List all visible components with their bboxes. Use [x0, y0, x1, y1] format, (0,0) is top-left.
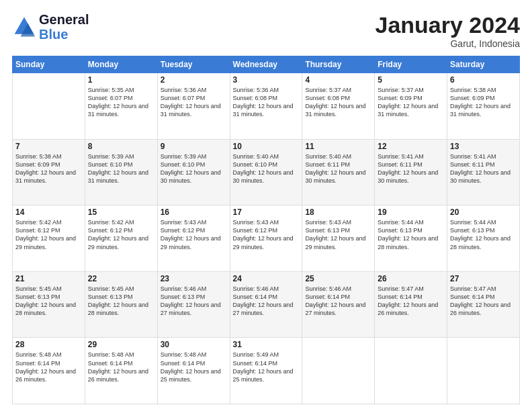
calendar-cell: 29Sunrise: 5:48 AMSunset: 6:14 PMDayligh…	[85, 338, 157, 404]
calendar-cell: 1Sunrise: 5:35 AMSunset: 6:07 PMDaylight…	[85, 73, 157, 140]
month-title: January 2024	[375, 12, 521, 38]
cell-info: Sunrise: 5:47 AMSunset: 6:14 PMDaylight:…	[378, 285, 444, 318]
cell-info: Sunrise: 5:46 AMSunset: 6:14 PMDaylight:…	[305, 285, 371, 318]
calendar-cell: 25Sunrise: 5:46 AMSunset: 6:14 PMDayligh…	[302, 271, 375, 338]
calendar-cell	[375, 338, 447, 404]
calendar-cell: 22Sunrise: 5:45 AMSunset: 6:13 PMDayligh…	[85, 271, 157, 338]
calendar-cell: 31Sunrise: 5:49 AMSunset: 6:14 PMDayligh…	[230, 338, 302, 404]
calendar-cell: 13Sunrise: 5:41 AMSunset: 6:11 PMDayligh…	[447, 139, 520, 205]
cell-info: Sunrise: 5:47 AMSunset: 6:14 PMDaylight:…	[450, 285, 517, 318]
day-number: 31	[233, 340, 300, 349]
day-number: 12	[378, 142, 444, 151]
cell-info: Sunrise: 5:46 AMSunset: 6:14 PMDaylight:…	[233, 285, 300, 318]
calendar-cell	[447, 338, 520, 404]
cell-info: Sunrise: 5:42 AMSunset: 6:12 PMDaylight:…	[15, 218, 82, 251]
day-number: 10	[233, 142, 300, 151]
day-number: 3	[233, 75, 300, 85]
day-number: 11	[305, 142, 371, 151]
calendar-week-row: 28Sunrise: 5:48 AMSunset: 6:14 PMDayligh…	[13, 338, 520, 404]
cell-info: Sunrise: 5:49 AMSunset: 6:14 PMDaylight:…	[233, 351, 300, 383]
calendar-cell: 24Sunrise: 5:46 AMSunset: 6:14 PMDayligh…	[230, 271, 302, 338]
calendar-week-row: 1Sunrise: 5:35 AMSunset: 6:07 PMDaylight…	[13, 73, 520, 140]
calendar-cell: 20Sunrise: 5:44 AMSunset: 6:13 PMDayligh…	[447, 205, 520, 272]
calendar-cell: 26Sunrise: 5:47 AMSunset: 6:14 PMDayligh…	[375, 271, 447, 338]
day-number: 25	[305, 274, 371, 283]
cell-info: Sunrise: 5:44 AMSunset: 6:13 PMDaylight:…	[378, 218, 444, 251]
calendar-week-row: 21Sunrise: 5:45 AMSunset: 6:13 PMDayligh…	[13, 271, 520, 338]
day-number: 6	[450, 75, 517, 85]
day-number: 23	[161, 274, 227, 283]
day-number: 29	[88, 340, 154, 349]
col-tuesday: Tuesday	[157, 56, 230, 73]
calendar-table: Sunday Monday Tuesday Wednesday Thursday…	[12, 56, 520, 404]
day-number: 26	[378, 274, 444, 283]
calendar-cell: 15Sunrise: 5:42 AMSunset: 6:12 PMDayligh…	[85, 205, 157, 272]
cell-info: Sunrise: 5:48 AMSunset: 6:14 PMDaylight:…	[88, 351, 154, 383]
day-number: 16	[161, 208, 227, 217]
logo-blue: Blue	[39, 27, 68, 42]
calendar-week-row: 7Sunrise: 5:38 AMSunset: 6:09 PMDaylight…	[13, 139, 520, 205]
cell-info: Sunrise: 5:46 AMSunset: 6:13 PMDaylight:…	[161, 285, 227, 318]
cell-info: Sunrise: 5:40 AMSunset: 6:11 PMDaylight:…	[305, 152, 371, 185]
calendar-cell: 21Sunrise: 5:45 AMSunset: 6:13 PMDayligh…	[13, 271, 85, 338]
cell-info: Sunrise: 5:37 AMSunset: 6:09 PMDaylight:…	[378, 86, 444, 119]
day-number: 8	[88, 142, 154, 151]
calendar-cell: 4Sunrise: 5:37 AMSunset: 6:08 PMDaylight…	[302, 73, 375, 140]
calendar-cell: 5Sunrise: 5:37 AMSunset: 6:09 PMDaylight…	[375, 73, 447, 140]
cell-info: Sunrise: 5:40 AMSunset: 6:10 PMDaylight:…	[233, 152, 300, 185]
cell-info: Sunrise: 5:39 AMSunset: 6:10 PMDaylight:…	[88, 152, 154, 185]
cell-info: Sunrise: 5:36 AMSunset: 6:08 PMDaylight:…	[233, 86, 300, 119]
col-friday: Friday	[375, 56, 447, 73]
day-number: 14	[15, 208, 82, 217]
day-number: 18	[305, 208, 371, 217]
day-number: 28	[15, 340, 82, 349]
cell-info: Sunrise: 5:36 AMSunset: 6:07 PMDaylight:…	[161, 86, 227, 119]
day-number: 30	[161, 340, 227, 349]
cell-info: Sunrise: 5:43 AMSunset: 6:12 PMDaylight:…	[161, 218, 227, 251]
cell-info: Sunrise: 5:41 AMSunset: 6:11 PMDaylight:…	[450, 152, 517, 185]
cell-info: Sunrise: 5:44 AMSunset: 6:13 PMDaylight:…	[450, 218, 517, 251]
cell-info: Sunrise: 5:39 AMSunset: 6:10 PMDaylight:…	[161, 152, 227, 185]
cell-info: Sunrise: 5:45 AMSunset: 6:13 PMDaylight:…	[15, 285, 82, 318]
day-number: 2	[161, 75, 227, 85]
calendar-cell: 7Sunrise: 5:38 AMSunset: 6:09 PMDaylight…	[13, 139, 85, 205]
calendar-cell: 19Sunrise: 5:44 AMSunset: 6:13 PMDayligh…	[375, 205, 447, 272]
day-number: 7	[15, 142, 82, 151]
calendar-cell: 27Sunrise: 5:47 AMSunset: 6:14 PMDayligh…	[447, 271, 520, 338]
calendar-cell: 2Sunrise: 5:36 AMSunset: 6:07 PMDaylight…	[157, 73, 230, 140]
day-number: 1	[88, 75, 154, 85]
day-number: 17	[233, 208, 300, 217]
day-number: 15	[88, 208, 154, 217]
day-number: 20	[450, 208, 517, 217]
calendar-cell: 11Sunrise: 5:40 AMSunset: 6:11 PMDayligh…	[302, 139, 375, 205]
calendar-cell: 23Sunrise: 5:46 AMSunset: 6:13 PMDayligh…	[157, 271, 230, 338]
day-number: 13	[450, 142, 517, 151]
col-saturday: Saturday	[447, 56, 520, 73]
page: General Blue January 2024 Garut, Indones…	[0, 0, 532, 411]
col-sunday: Sunday	[13, 56, 85, 73]
cell-info: Sunrise: 5:48 AMSunset: 6:14 PMDaylight:…	[161, 351, 227, 383]
day-number: 5	[378, 75, 444, 85]
calendar-cell: 6Sunrise: 5:38 AMSunset: 6:09 PMDaylight…	[447, 73, 520, 140]
calendar-cell: 18Sunrise: 5:43 AMSunset: 6:13 PMDayligh…	[302, 205, 375, 272]
calendar-cell: 17Sunrise: 5:43 AMSunset: 6:12 PMDayligh…	[230, 205, 302, 272]
cell-info: Sunrise: 5:35 AMSunset: 6:07 PMDaylight:…	[88, 86, 154, 119]
calendar-cell	[302, 338, 375, 404]
day-number: 22	[88, 274, 154, 283]
cell-info: Sunrise: 5:38 AMSunset: 6:09 PMDaylight:…	[15, 152, 82, 185]
calendar-cell: 16Sunrise: 5:43 AMSunset: 6:12 PMDayligh…	[157, 205, 230, 272]
day-number: 24	[233, 274, 300, 283]
calendar-cell	[13, 73, 85, 140]
cell-info: Sunrise: 5:38 AMSunset: 6:09 PMDaylight:…	[450, 86, 517, 119]
calendar-cell: 8Sunrise: 5:39 AMSunset: 6:10 PMDaylight…	[85, 139, 157, 205]
day-number: 27	[450, 274, 517, 283]
col-wednesday: Wednesday	[230, 56, 302, 73]
title-block: January 2024 Garut, Indonesia	[375, 12, 521, 49]
calendar-cell: 10Sunrise: 5:40 AMSunset: 6:10 PMDayligh…	[230, 139, 302, 205]
calendar-cell: 12Sunrise: 5:41 AMSunset: 6:11 PMDayligh…	[375, 139, 447, 205]
location-subtitle: Garut, Indonesia	[375, 38, 521, 49]
calendar-week-row: 14Sunrise: 5:42 AMSunset: 6:12 PMDayligh…	[13, 205, 520, 272]
header: General Blue January 2024 Garut, Indones…	[12, 12, 520, 49]
calendar-cell: 3Sunrise: 5:36 AMSunset: 6:08 PMDaylight…	[230, 73, 302, 140]
logo-general: General	[39, 12, 89, 27]
